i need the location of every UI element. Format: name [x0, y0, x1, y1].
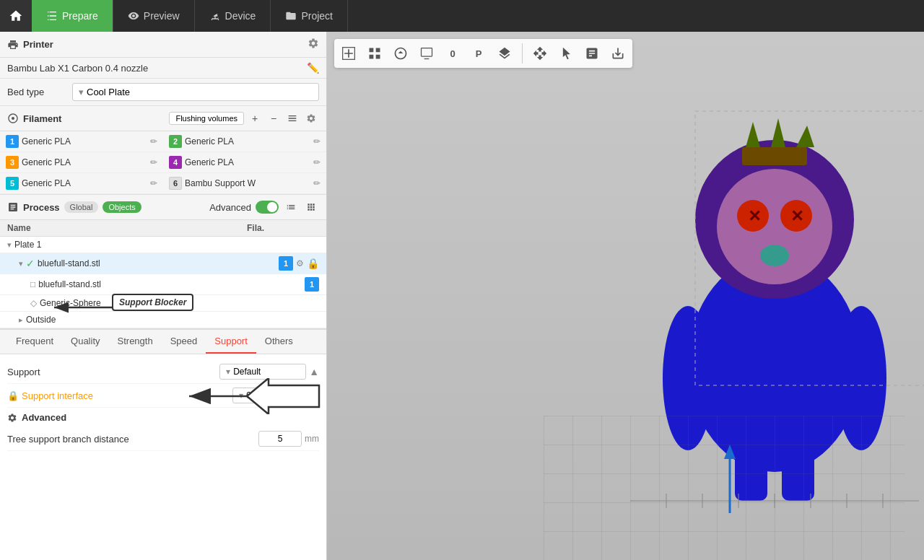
left-panel: Printer Bambu Lab X1 Carbon 0.4 nozzle ✏… [0, 32, 327, 560]
home-button[interactable] [0, 0, 32, 32]
add-filament-btn[interactable]: + [247, 110, 263, 126]
vp-move-btn[interactable] [528, 42, 552, 65]
tree-item-bluefull-child[interactable]: □ bluefull-stand.stl 1 [0, 274, 326, 295]
flushing-volumes-btn[interactable]: Flushing volumes [169, 112, 244, 125]
printer-section-header: Printer [0, 32, 326, 58]
vp-p-btn[interactable]: P [467, 42, 490, 65]
vp-rotate-btn[interactable] [389, 42, 412, 65]
bounding-box [688, 104, 924, 393]
tree-support-input[interactable] [258, 431, 302, 447]
tab-prepare[interactable]: Prepare [32, 0, 113, 32]
tab-speed[interactable]: Speed [162, 330, 206, 354]
filament-edit-3[interactable]: ✏ [150, 157, 157, 167]
filament-num-4: 4 [169, 156, 182, 169]
filament-multi-icon[interactable] [284, 110, 300, 126]
tree-item-generic-sphere[interactable]: ◇ Generic-Sphere Support Blocker [0, 295, 326, 312]
filament-item-2[interactable]: 2 Generic PLA ✏ [163, 131, 326, 152]
filament-item-1[interactable]: 1 Generic PLA ✏ [0, 131, 163, 152]
tab-support[interactable]: Support [206, 330, 256, 354]
support-select-wrapper[interactable]: ▾ Default ▲ [219, 364, 319, 380]
tab-project[interactable]: Project [271, 0, 348, 32]
bed-type-row: Bed type ▾ Cool Plate [0, 79, 326, 106]
filament-name-3: Generic PLA [22, 157, 147, 167]
support-interface-area: 🔒 Support interface ▾ 6 – Support W [7, 384, 319, 408]
printer-edit-icon[interactable]: ✏️ [307, 62, 319, 74]
viewport[interactable]: 0 P [327, 32, 924, 560]
svg-rect-34 [695, 111, 924, 385]
filament-title: Filament [7, 113, 61, 124]
top-nav: Prepare Preview Device Project [0, 0, 924, 32]
filament-item-6[interactable]: 6 Bambu Support W ✏ [163, 173, 326, 194]
filament-actions: Flushing volumes + − [169, 110, 319, 126]
filament-name-2: Generic PLA [185, 136, 310, 146]
tree-header: Name Fila. [0, 220, 326, 237]
tree-support-input-area: mm [258, 431, 319, 447]
tree-icons: 1 ⚙ 🔒 [279, 256, 319, 271]
vp-layers-btn[interactable] [493, 42, 516, 65]
vp-view-btn[interactable] [415, 42, 438, 65]
bed-type-select[interactable]: ▾ Cool Plate [72, 83, 319, 101]
filament-num-1: 1 [6, 135, 19, 148]
tree-support-row: Tree support branch distance mm [7, 427, 319, 451]
filament-item-4[interactable]: 4 Generic PLA ✏ [163, 152, 326, 173]
support-expand-icon[interactable]: ▲ [309, 366, 319, 377]
advanced-toggle[interactable] [256, 201, 279, 214]
tab-device[interactable]: Device [195, 0, 271, 32]
vp-grid-btn[interactable] [363, 42, 386, 65]
vp-add-cube-btn[interactable] [337, 42, 360, 65]
process-title: Process [23, 202, 60, 213]
viewport-toolbar-left: 0 P [334, 39, 632, 68]
tree-check-icon: ✓ [26, 258, 35, 269]
svg-marker-36 [724, 445, 736, 459]
filament-name-4: Generic PLA [185, 157, 310, 167]
filament-edit-1[interactable]: ✏ [150, 136, 157, 146]
support-interface-label: 🔒 Support interface [7, 390, 93, 401]
filament-edit-6[interactable]: ✏ [313, 178, 321, 188]
tab-strength[interactable]: Strength [109, 330, 162, 354]
fila-badge-child: 1 [305, 277, 319, 292]
filament-num-3: 3 [6, 156, 19, 169]
fila-badge-1: 1 [279, 256, 293, 271]
printer-title: Printer [7, 39, 53, 51]
filament-name-5: Generic PLA [22, 178, 147, 188]
filament-edit-5[interactable]: ✏ [150, 178, 157, 188]
tag-objects[interactable]: Objects [103, 201, 141, 213]
filament-item-3[interactable]: 3 Generic PLA ✏ [0, 152, 163, 173]
process-grid-icon[interactable] [303, 199, 319, 215]
vp-separator-1 [522, 43, 523, 64]
svg-rect-7 [422, 48, 432, 57]
svg-point-0 [12, 117, 14, 120]
tab-quality[interactable]: Quality [62, 330, 108, 354]
tab-frequent[interactable]: Frequent [7, 330, 62, 354]
printer-name: Bambu Lab X1 Carbon 0.4 nozzle [7, 63, 148, 74]
tree-plate-1[interactable]: ▾ Plate 1 [0, 237, 326, 253]
support-select[interactable]: ▾ Default [219, 364, 306, 380]
process-advanced-label: Advanced [209, 202, 251, 213]
remove-filament-btn[interactable]: − [266, 110, 282, 126]
filament-edit-2[interactable]: ✏ [313, 136, 321, 146]
filament-edit-4[interactable]: ✏ [313, 157, 321, 167]
vp-select-btn[interactable] [554, 42, 578, 65]
tree-item-bluefull-parent[interactable]: ▾ ✓ bluefull-stand.stl 1 ⚙ 🔒 [0, 253, 326, 274]
tab-others[interactable]: Others [256, 330, 302, 354]
tag-global[interactable]: Global [64, 201, 99, 213]
main-layout: Printer Bambu Lab X1 Carbon 0.4 nozzle ✏… [0, 32, 924, 560]
vp-zero-btn[interactable]: 0 [441, 42, 464, 65]
filament-settings-icon[interactable] [303, 110, 319, 126]
big-arrow-annotation [182, 378, 326, 414]
vp-export-btn[interactable] [606, 42, 629, 65]
model-icon: ⚙ [296, 258, 304, 268]
filament-name-6: Bambu Support W [185, 178, 310, 188]
tab-list: Frequent Quality Strength Speed Support … [0, 330, 326, 354]
object-tree: Name Fila. ▾ Plate 1 ▾ ✓ bluefull-stand.… [0, 220, 326, 329]
printer-name-row[interactable]: Bambu Lab X1 Carbon 0.4 nozzle ✏️ [0, 58, 326, 79]
settings-area: Support ▾ Default ▲ 🔒 Support interface [0, 354, 326, 560]
filament-item-5[interactable]: 5 Generic PLA ✏ [0, 173, 163, 194]
lock-icon: 🔒 [307, 258, 319, 269]
printer-settings-icon[interactable] [308, 38, 319, 51]
process-list-icon[interactable] [283, 199, 299, 215]
support-label: Support [7, 367, 40, 377]
tab-preview[interactable]: Preview [113, 0, 195, 32]
bed-type-label: Bed type [7, 87, 65, 97]
vp-cut-btn[interactable] [580, 42, 603, 65]
